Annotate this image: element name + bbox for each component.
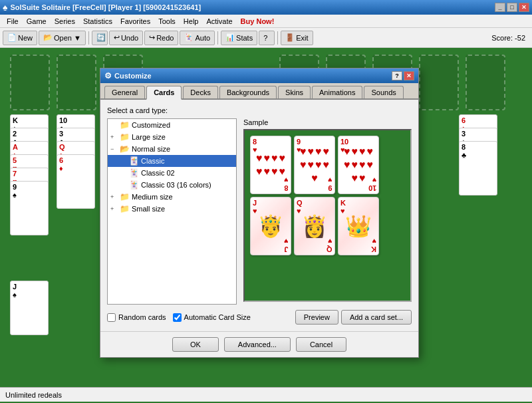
sample-card-jh: J♥ 🤴 J♥ — [250, 197, 291, 255]
score-display: Score: -52 — [487, 33, 529, 43]
tree-item-label: Large size — [132, 133, 166, 141]
sample-card-9h: 9♥ ♥ ♥ ♥ ♥ ♥ ♥ ♥ ♥ ♥ — [294, 136, 335, 194]
card-icon: 🃏 — [129, 180, 139, 190]
menu-activate[interactable]: Activate — [202, 16, 236, 27]
window-title: SolSuite Solitaire [FreeCell] [Player 1]… — [10, 3, 495, 11]
tree-item-label: Customized — [132, 121, 170, 129]
menu-favorites[interactable]: Favorites — [116, 16, 154, 27]
tree-item-classic02[interactable]: 🃏 Classic 02 — [108, 167, 236, 179]
expand-icon: + — [110, 134, 120, 140]
menu-file[interactable]: File — [3, 16, 23, 27]
card-placeholder-1 — [10, 55, 50, 110]
minimize-button[interactable]: _ — [495, 3, 505, 12]
auto-card-size-label: Automatic Card Size — [184, 313, 251, 321]
tab-cards[interactable]: Cards — [146, 86, 182, 100]
tree-item-small[interactable]: + 📁 Small size — [108, 203, 236, 215]
sample-card-kh: K♥ 👑 K♥ — [338, 197, 379, 255]
menu-bar: File Game Series Statistics Favorites To… — [0, 15, 532, 28]
card-icon: 🃏 — [129, 168, 139, 178]
tree-item-large[interactable]: + 📁 Large size — [108, 131, 236, 143]
random-cards-checkbox-label[interactable]: Random cards — [107, 313, 166, 322]
sample-card-qh: Q♥ 👸 Q♥ — [294, 197, 335, 255]
folder-icon: 📁 — [120, 120, 130, 130]
ok-button[interactable]: OK — [172, 337, 219, 352]
auto-card-size-checkbox[interactable] — [173, 313, 182, 322]
tab-sounds[interactable]: Sounds — [364, 86, 403, 98]
refresh-button[interactable]: 🔄 — [92, 31, 108, 45]
dialog-footer: OK Advanced... Cancel — [100, 331, 418, 357]
menu-buynow[interactable]: Buy Now! — [237, 16, 279, 27]
tree-item-normal[interactable]: − 📂 Normal size — [108, 143, 236, 155]
tab-skins[interactable]: Skins — [278, 86, 311, 98]
new-button[interactable]: 📄 New — [3, 31, 37, 45]
bg-card-9: 9♠ — [10, 181, 49, 235]
folder-icon: 📁 — [120, 192, 130, 202]
stats-button[interactable]: 📊 Stats — [221, 31, 257, 45]
folder-open-icon: 📂 — [120, 144, 130, 154]
dialog-help-button[interactable]: ? — [392, 71, 402, 80]
random-cards-label: Random cards — [118, 313, 166, 321]
close-button[interactable]: ✕ — [519, 3, 529, 12]
tree-item-customized[interactable]: 📁 Customized — [108, 119, 236, 131]
status-text: Unlimited redeals — [5, 391, 62, 399]
dialog-close-button[interactable]: ✕ — [404, 71, 414, 80]
card-placeholder-2 — [57, 55, 96, 110]
sample-panel: Sample 8♥ ♥ ♥ ♥ ♥ ♥ ♥ — [243, 118, 412, 305]
tab-decks[interactable]: Decks — [183, 86, 218, 98]
dialog-title-bar: ⚙ Customize ? ✕ — [100, 68, 418, 83]
dialog-icon: ⚙ — [104, 71, 112, 80]
expand-icon: + — [110, 194, 120, 200]
status-bar: Unlimited redeals — [0, 387, 532, 402]
app-icon: ♠ — [3, 2, 7, 13]
card-type-tree[interactable]: 📁 Customized + 📁 Large size − 📂 Normal s… — [107, 118, 237, 305]
select-card-type-label: Select a card type: — [107, 106, 412, 114]
tab-backgrounds[interactable]: Backgrounds — [219, 86, 277, 98]
menu-series[interactable]: Series — [51, 16, 79, 27]
bottom-options: Random cards Automatic Card Size Preview… — [107, 310, 412, 325]
dialog-title-text: Customize — [114, 72, 392, 80]
tree-item-medium[interactable]: + 📁 Medium size — [108, 191, 236, 203]
auto-button[interactable]: 🃏 Auto — [180, 31, 215, 45]
tree-item-classic[interactable]: 🃏 Classic — [108, 155, 236, 167]
sample-card-10h: 10♥ ♥ ♥ ♥ ♥ ♥ ♥ ♥ ♥ ♥ ♥ — [338, 136, 379, 194]
two-column-layout: 📁 Customized + 📁 Large size − 📂 Normal s… — [107, 118, 412, 305]
bg-card-j: J♠ — [10, 281, 49, 335]
add-card-set-button[interactable]: Add a card set... — [341, 310, 412, 325]
tree-item-classic03[interactable]: 🃏 Classic 03 (16 colors) — [108, 179, 236, 191]
menu-tools[interactable]: Tools — [154, 16, 180, 27]
toolbar-separator-2 — [217, 31, 218, 45]
menu-game[interactable]: Game — [23, 16, 51, 27]
tree-item-label: Classic — [141, 157, 164, 165]
tree-item-label: Classic 03 (16 colors) — [141, 181, 211, 189]
right-buttons: Preview Add a card set... — [295, 310, 412, 325]
tree-item-label: Normal size — [132, 145, 170, 153]
tree-item-label: Medium size — [132, 193, 173, 201]
menu-statistics[interactable]: Statistics — [79, 16, 116, 27]
card-placeholder-8 — [466, 55, 505, 110]
card-sample-area: 8♥ ♥ ♥ ♥ ♥ ♥ ♥ ♥ ♥ 8♥ — [243, 129, 412, 302]
expand-icon: − — [110, 146, 120, 152]
auto-card-size-checkbox-label[interactable]: Automatic Card Size — [173, 313, 251, 322]
customize-dialog: ⚙ Customize ? ✕ General Cards Decks Back… — [100, 68, 419, 358]
dialog-content: Select a card type: 📁 Customized + 📁 Lar… — [100, 100, 418, 331]
tab-general[interactable]: General — [104, 86, 145, 98]
help-button[interactable]: ? — [259, 31, 275, 45]
cancel-button[interactable]: Cancel — [296, 337, 346, 352]
exit-button[interactable]: 🚪 Exit — [281, 31, 313, 45]
menu-help[interactable]: Help — [180, 16, 203, 27]
advanced-button[interactable]: Advanced... — [224, 337, 291, 352]
redo-button[interactable]: ↪ Redo — [144, 31, 178, 45]
sample-card-8h: 8♥ ♥ ♥ ♥ ♥ ♥ ♥ ♥ ♥ 8♥ — [250, 136, 291, 194]
maximize-button[interactable]: □ — [507, 3, 517, 12]
dialog-tabs: General Cards Decks Backgrounds Skins An… — [100, 83, 418, 100]
folder-icon: 📁 — [120, 204, 130, 213]
window-controls: _ □ ✕ — [495, 3, 529, 12]
open-button[interactable]: 📂 Open ▼ — [39, 31, 86, 45]
toolbar-separator — [88, 31, 89, 45]
random-cards-checkbox[interactable] — [107, 313, 116, 322]
preview-button[interactable]: Preview — [295, 310, 338, 325]
game-area: K♠ 2♣ A♦ 5♥ 7♥ 9♠ J♠ 10♣ 3♣ Q♦ 6♦ 6♦ 3♠ … — [0, 48, 532, 387]
tab-animations[interactable]: Animations — [312, 86, 362, 98]
folder-icon: 📁 — [120, 132, 130, 142]
undo-button[interactable]: ↩ Undo — [109, 31, 143, 45]
